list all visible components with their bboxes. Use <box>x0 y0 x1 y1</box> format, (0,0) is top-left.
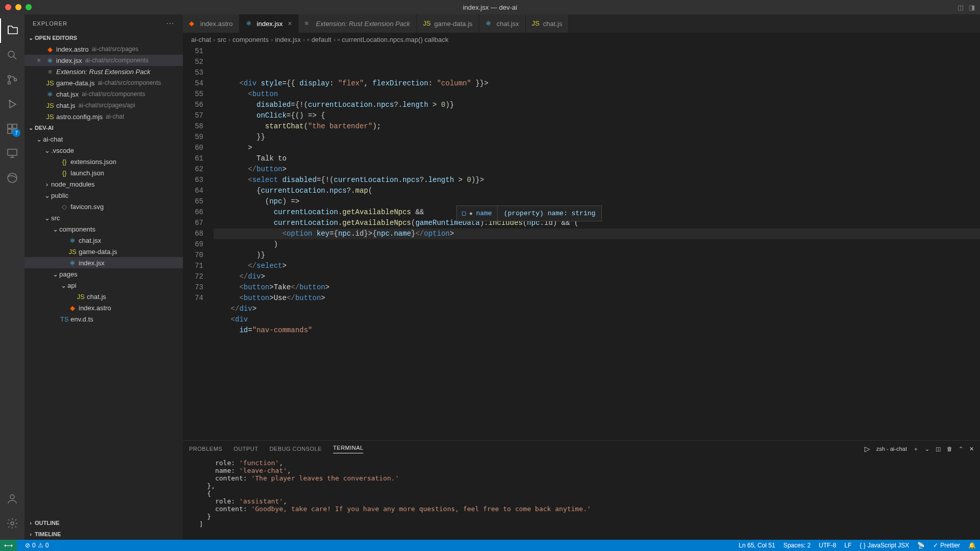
extensions-icon[interactable]: 7 <box>0 117 25 141</box>
open-editor-item[interactable]: JSgame-data.jsai-chat/src/components <box>25 77 183 88</box>
sidebar-more-icon[interactable]: ⋯ <box>166 18 175 28</box>
folder-item[interactable]: ⌄public <box>25 190 183 201</box>
folder-item[interactable]: ⌄pages <box>25 268 183 280</box>
feedback-icon[interactable]: 📡 <box>917 542 925 549</box>
file-icon: ≡ <box>305 19 313 28</box>
breadcrumbs[interactable]: ai-chat›src›components›index.jsx›▫ defau… <box>183 33 980 46</box>
panel-tab[interactable]: DEBUG CONSOLE <box>269 446 321 452</box>
intellisense-popup[interactable]: ▢ ★ name (property) name: string <box>456 205 602 221</box>
file-icon: JS <box>45 102 55 109</box>
file-item[interactable]: ◆index.astro <box>25 302 183 313</box>
file-item[interactable]: ⚛chat.jsx <box>25 235 183 246</box>
panel-tab[interactable]: PROBLEMS <box>189 446 222 452</box>
close-window-button[interactable] <box>5 4 11 10</box>
maximize-window-button[interactable] <box>26 4 32 10</box>
star-icon: ★ <box>469 208 473 219</box>
terminal-dropdown-icon[interactable]: ⌄ <box>925 446 929 452</box>
breadcrumb-item[interactable]: ai-chat <box>191 36 211 43</box>
editor-tab[interactable]: JSgame-data.js <box>417 14 479 33</box>
chevron-icon: ⌄ <box>43 147 51 154</box>
file-icon: ⚛ <box>246 19 254 28</box>
project-header[interactable]: ⌄ DEV-AI <box>25 122 183 133</box>
panel-layout-icon[interactable]: ◫ <box>958 4 964 11</box>
prettier-status[interactable]: ✓ Prettier <box>933 542 960 549</box>
split-terminal-icon[interactable]: ◫ <box>936 446 941 452</box>
notifications-icon[interactable]: 🔔 <box>968 542 976 549</box>
minimize-window-button[interactable] <box>15 4 21 10</box>
breadcrumb-item[interactable]: ▫ default <box>307 36 331 43</box>
editor-tab[interactable]: JSchat.js <box>526 14 569 33</box>
encoding-indicator[interactable]: UTF-8 <box>819 542 836 549</box>
close-editor-icon[interactable]: × <box>35 56 43 64</box>
open-editor-item[interactable]: ⚛chat.jsxai-chat/src/components <box>25 88 183 100</box>
open-editor-item[interactable]: ◆index.astroai-chat/src/pages <box>25 43 183 55</box>
editor-tab[interactable]: ≡Extension: Rust Extension Pack <box>298 14 416 33</box>
folder-item[interactable]: ⌄components <box>25 223 183 235</box>
file-item[interactable]: ⚛index.jsx <box>25 257 183 268</box>
breadcrumb-item[interactable]: ▫ currentLocation.npcs.map() callback <box>338 36 449 43</box>
sidebar-title: EXPLORER <box>33 20 67 27</box>
file-item[interactable]: TSenv.d.ts <box>25 313 183 325</box>
spaces-indicator[interactable]: Spaces: 2 <box>783 542 810 549</box>
errors-button[interactable]: ⊘ 0 ⚠ 0 <box>25 542 49 549</box>
remote-icon: ⟷ <box>4 542 13 549</box>
source-control-icon[interactable] <box>0 67 25 92</box>
folder-item[interactable]: ⌄src <box>25 212 183 223</box>
editor-tab[interactable]: ⚛index.jsx× <box>240 14 299 33</box>
run-debug-icon[interactable] <box>0 92 25 117</box>
chevron-icon: › <box>43 180 51 188</box>
remote-explorer-icon[interactable] <box>0 141 25 166</box>
sidebar-layout-icon[interactable]: ◨ <box>969 4 975 11</box>
terminal-output[interactable]: role: 'function', name: 'leave-chat', co… <box>183 457 980 540</box>
cursor-position[interactable]: Ln 65, Col 51 <box>739 542 775 549</box>
editor-tab[interactable]: ⚛chat.jsx <box>479 14 526 33</box>
folder-item[interactable]: ›node_modules <box>25 178 183 190</box>
search-icon[interactable] <box>0 43 25 67</box>
chevron-down-icon: ⌄ <box>27 125 35 131</box>
open-editor-item[interactable]: JSastro.config.mjsai-chat <box>25 111 183 122</box>
timeline-header[interactable]: › TIMELINE <box>25 529 183 540</box>
eol-indicator[interactable]: LF <box>845 542 852 549</box>
file-item[interactable]: {}extensions.json <box>25 156 183 167</box>
explorer-icon[interactable] <box>0 18 25 43</box>
kill-terminal-icon[interactable]: 🗑 <box>947 446 952 452</box>
outline-header[interactable]: › OUTLINE <box>25 517 183 529</box>
file-item[interactable]: JSgame-data.js <box>25 246 183 257</box>
open-editor-item[interactable]: JSchat.jsai-chat/src/pages/api <box>25 100 183 111</box>
suggestion-item[interactable]: name <box>476 208 492 219</box>
edge-tools-icon[interactable] <box>0 166 25 190</box>
open-editor-item[interactable]: ≡Extension: Rust Extension Pack <box>25 66 183 77</box>
folder-item[interactable]: ⌄.vscode <box>25 145 183 156</box>
close-tab-icon[interactable]: × <box>288 19 292 28</box>
svg-rect-7 <box>8 129 12 133</box>
svg-point-11 <box>10 495 14 499</box>
settings-gear-icon[interactable] <box>0 511 25 536</box>
breadcrumb-item[interactable]: src <box>217 36 226 43</box>
file-icon: ◆ <box>45 45 55 53</box>
breadcrumb-item[interactable]: components <box>232 36 269 43</box>
breadcrumb-item[interactable]: index.jsx <box>275 36 301 43</box>
file-item[interactable]: ◇favicon.svg <box>25 201 183 212</box>
file-icon: ⚛ <box>67 237 78 244</box>
new-terminal-icon[interactable]: ＋ <box>913 445 919 453</box>
editor-area: ◆index.astro⚛index.jsx×≡Extension: Rust … <box>183 14 980 540</box>
file-item[interactable]: {}launch.json <box>25 167 183 178</box>
language-mode[interactable]: { } JavaScript JSX <box>860 542 909 549</box>
close-panel-icon[interactable]: ✕ <box>969 446 974 452</box>
accounts-icon[interactable] <box>0 487 25 511</box>
folder-item[interactable]: ⌄api <box>25 280 183 291</box>
panel-tab[interactable]: TERMINAL <box>333 445 364 453</box>
terminal-launch-icon[interactable]: ▷ <box>865 445 870 453</box>
terminal-label[interactable]: zsh - ai-chat <box>876 446 907 452</box>
file-icon: JS <box>532 19 540 28</box>
file-item[interactable]: JSchat.js <box>25 291 183 302</box>
maximize-panel-icon[interactable]: ⌃ <box>959 446 963 452</box>
open-editor-item[interactable]: ×⚛index.jsxai-chat/src/components <box>25 55 183 66</box>
code-editor[interactable]: 5152535455565758596061626364656667686970… <box>183 46 980 440</box>
chevron-icon: ⌄ <box>51 270 59 278</box>
panel-tab[interactable]: OUTPUT <box>234 446 258 452</box>
remote-button[interactable]: ⟷ <box>0 540 17 551</box>
folder-item[interactable]: ⌄ai-chat <box>25 133 183 145</box>
editor-tab[interactable]: ◆index.astro <box>183 14 240 33</box>
open-editors-header[interactable]: ⌄ OPEN EDITORS <box>25 32 183 43</box>
